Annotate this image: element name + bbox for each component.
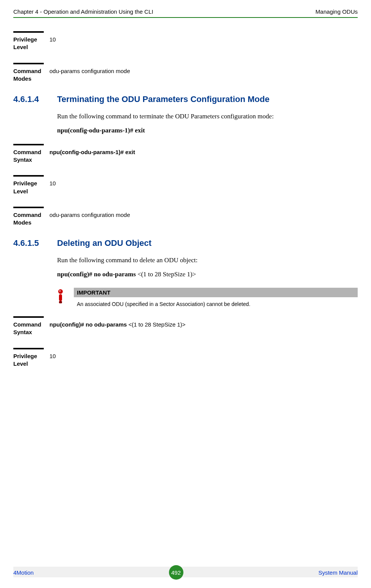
section-number: 4.6.1.4 — [13, 94, 57, 104]
footer-right: System Manual — [318, 569, 358, 576]
body-text: Run the following command to terminate t… — [57, 112, 358, 121]
section-title: Deleting an ODU Object — [57, 238, 151, 249]
definition-command-syntax: Command Syntax npu(config-odu-params-1)#… — [13, 144, 358, 164]
section-heading-4-6-1-4: 4.6.1.4 Terminating the ODU Parameters C… — [13, 94, 358, 105]
command-syntax-value: npu(config-odu-params-1)# exit — [49, 148, 135, 156]
command-modes-value: odu-params configuration mode — [49, 67, 130, 75]
page-header: Chapter 4 - Operation and Administration… — [13, 0, 358, 17]
page-number: 492 — [169, 565, 183, 580]
header-right: Managing ODUs — [315, 8, 358, 15]
header-rule — [13, 17, 358, 18]
command-modes-value: odu-params configuration mode — [49, 211, 130, 219]
privilege-value: 10 — [49, 36, 56, 43]
privilege-label: Privilege Level — [13, 36, 49, 51]
definition-privilege: Privilege Level 10 — [13, 31, 358, 51]
command-modes-label: Command Modes — [13, 67, 49, 83]
body-text: Run the following command to delete an O… — [57, 255, 358, 265]
command-syntax-label: Command Syntax — [13, 148, 49, 164]
svg-rect-3 — [59, 301, 62, 303]
definition-command-modes: Command Modes odu-params configuration m… — [13, 207, 358, 227]
privilege-value: 10 — [49, 352, 56, 360]
command-syntax-value: npu(config)# no odu-params <(1 to 28 Ste… — [49, 321, 186, 328]
privilege-label: Privilege Level — [13, 352, 49, 368]
command-text: npu(config)# no odu-params <(1 to 28 Ste… — [57, 271, 358, 278]
definition-privilege: Privilege Level 10 — [13, 348, 358, 368]
svg-point-1 — [59, 290, 61, 292]
page-footer: 4Motion 492 System Manual — [13, 565, 358, 580]
definition-command-modes: Command Modes odu-params configuration m… — [13, 63, 358, 83]
important-callout: IMPORTANT An associated ODU (specified i… — [57, 288, 358, 309]
command-syntax-label: Command Syntax — [13, 321, 49, 336]
header-left: Chapter 4 - Operation and Administration… — [13, 8, 153, 15]
important-icon — [57, 288, 74, 309]
svg-point-0 — [58, 289, 63, 294]
command-text: npu(config-odu-params-1)# exit — [57, 127, 358, 134]
definition-command-syntax: Command Syntax npu(config)# no odu-param… — [13, 316, 358, 336]
privilege-value: 10 — [49, 180, 56, 187]
definition-privilege: Privilege Level 10 — [13, 175, 358, 195]
important-text: An associated ODU (specified in a Sector… — [74, 297, 358, 309]
section-heading-4-6-1-5: 4.6.1.5 Deleting an ODU Object — [13, 238, 358, 249]
section-title: Terminating the ODU Parameters Configura… — [57, 94, 269, 105]
footer-left: 4Motion — [13, 569, 33, 576]
section-number: 4.6.1.5 — [13, 238, 57, 248]
svg-rect-2 — [59, 294, 62, 301]
privilege-label: Privilege Level — [13, 180, 49, 195]
command-modes-label: Command Modes — [13, 211, 49, 227]
important-header: IMPORTANT — [74, 288, 358, 297]
